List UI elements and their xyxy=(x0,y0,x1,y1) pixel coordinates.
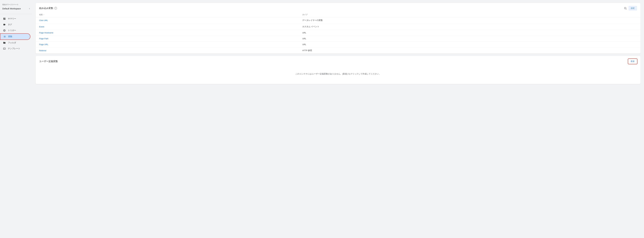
sidebar-item-variables[interactable]: 変数 xyxy=(0,33,30,40)
variable-type: カスタム イベント xyxy=(299,24,640,30)
table-row: Page Path URL xyxy=(36,36,640,42)
sidebar-item-tags[interactable]: タグ xyxy=(0,22,30,28)
svg-line-1 xyxy=(626,9,626,10)
sidebar-item-summary[interactable]: サマリー xyxy=(0,16,30,22)
builtin-variables-table: 名前 ↑ タイプ Click URL データレイヤーの変数 Event カスタム… xyxy=(36,12,640,54)
col-name-header: 名前 ↑ xyxy=(36,12,299,17)
variable-type: HTTP 参照 xyxy=(299,47,640,54)
sidebar-item-folders[interactable]: フォルダ xyxy=(0,40,30,46)
workspace-chevron-icon: › xyxy=(29,7,30,10)
builtin-title-text: 組み込み変数 xyxy=(39,7,53,10)
sidebar-item-templates[interactable]: テンプレート xyxy=(0,46,30,52)
sidebar-label-tags: タグ xyxy=(8,23,12,26)
variable-type: URL xyxy=(299,30,640,36)
builtin-card-title: 組み込み変数 ? xyxy=(39,7,57,10)
help-icon[interactable]: ? xyxy=(54,7,57,10)
table-row: Referrer HTTP 参照 xyxy=(36,47,640,54)
folder-icon xyxy=(3,41,6,44)
workspace-selector[interactable]: Default Workspace › xyxy=(2,7,30,11)
builtin-card-actions: 設定 xyxy=(624,6,637,11)
builtin-variables-card: 組み込み変数 ? 設定 名前 xyxy=(36,3,640,54)
workspace-label: 現在のワークスペース xyxy=(2,4,30,6)
user-vars-card: ユーザー定義変数 新規 このコンテナにはユーザー定義変数がありません。[新規] … xyxy=(36,56,640,84)
variable-name-link[interactable]: Page Path xyxy=(39,38,48,40)
search-button[interactable] xyxy=(624,7,627,10)
sidebar-nav: サマリー タグ トリガー 変数 xyxy=(0,15,32,52)
summary-icon xyxy=(3,17,6,20)
variable-type: URL xyxy=(299,36,640,42)
variable-type: データレイヤーの変数 xyxy=(299,17,640,24)
table-row: Event カスタム イベント xyxy=(36,24,640,30)
user-vars-title: ユーザー定義変数 xyxy=(39,60,58,63)
sidebar-label-triggers: トリガー xyxy=(8,29,16,32)
empty-state-message: このコンテナにはユーザー定義変数がありません。[新規] をクリックして作成してく… xyxy=(36,67,640,84)
sidebar-label-variables: 変数 xyxy=(8,35,12,38)
variable-name-link[interactable]: Page URL xyxy=(39,43,48,46)
table-row: Page Hostname URL xyxy=(36,30,640,36)
sidebar-item-triggers[interactable]: トリガー xyxy=(0,28,30,33)
template-icon xyxy=(3,47,6,50)
trigger-icon xyxy=(3,29,6,32)
workspace-section: 現在のワークスペース Default Workspace › xyxy=(0,2,32,13)
table-row: Page URL URL xyxy=(36,42,640,47)
tag-icon xyxy=(3,23,6,26)
variable-type: URL xyxy=(299,42,640,47)
main-content: 組み込み変数 ? 設定 名前 xyxy=(32,0,644,238)
sidebar-label-templates: テンプレート xyxy=(8,47,20,50)
variable-name-link[interactable]: Event xyxy=(39,26,44,28)
svg-point-0 xyxy=(624,7,626,9)
table-row: Click URL データレイヤーの変数 xyxy=(36,17,640,24)
sidebar: 現在のワークスペース Default Workspace › サマリー タグ xyxy=(0,0,32,238)
user-vars-header: ユーザー定義変数 新規 xyxy=(36,56,640,67)
new-variable-button[interactable]: 新規 xyxy=(628,59,637,64)
col-type-header: タイプ xyxy=(299,12,640,17)
variables-icon xyxy=(3,35,6,38)
settings-button[interactable]: 設定 xyxy=(628,6,637,11)
variable-name-link[interactable]: Click URL xyxy=(39,19,48,22)
sidebar-label-folders: フォルダ xyxy=(8,41,16,44)
variable-name-link[interactable]: Page Hostname xyxy=(39,32,53,34)
sort-arrow-icon: ↑ xyxy=(44,14,44,16)
builtin-card-header: 組み込み変数 ? 設定 xyxy=(36,3,640,12)
workspace-name-text: Default Workspace xyxy=(2,7,21,10)
sidebar-label-summary: サマリー xyxy=(8,18,16,20)
variable-name-link[interactable]: Referrer xyxy=(39,50,46,52)
